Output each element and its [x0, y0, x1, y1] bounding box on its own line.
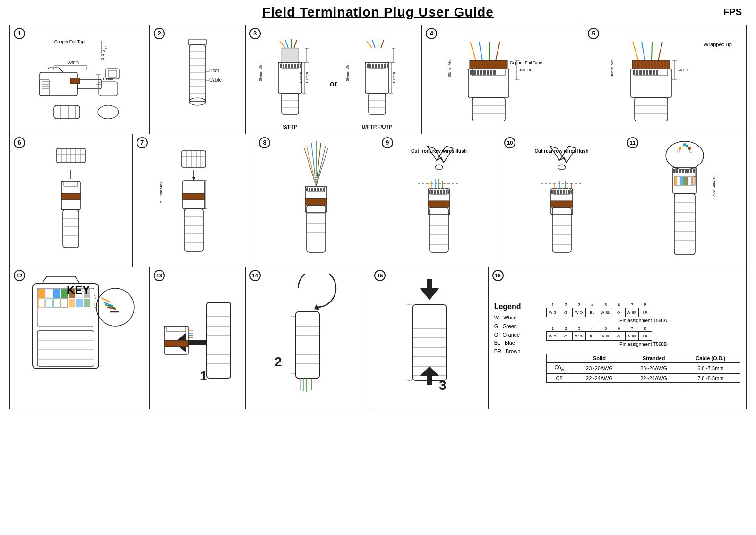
step-10-num: 10	[504, 137, 515, 148]
svg-rect-125	[477, 70, 479, 75]
svg-line-145	[658, 42, 662, 60]
t568a-label: Pin assignment T568A	[546, 318, 740, 323]
svg-rect-225	[323, 188, 325, 191]
page-title: Field Termination Plug User Guide	[9, 5, 747, 20]
step-3-num: 3	[249, 28, 261, 39]
svg-rect-123	[470, 70, 472, 75]
svg-rect-248	[437, 190, 439, 194]
svg-rect-302	[693, 169, 695, 173]
svg-line-114	[489, 42, 490, 60]
step-3-sftp-diagram: 30mm Min. 10 mm	[257, 39, 323, 124]
svg-rect-298	[682, 169, 684, 173]
step-3-cell: 3 30mm Min. 10 mm	[246, 25, 422, 134]
svg-rect-47	[282, 48, 299, 62]
svg-text:10 mm: 10 mm	[305, 72, 309, 84]
svg-rect-95	[369, 93, 386, 114]
step-16-cell: 16 Legend W White G Green O Orange BL Bl…	[489, 267, 746, 409]
svg-line-82	[379, 39, 381, 48]
svg-rect-188	[182, 151, 206, 167]
step-11-diagram: 0.2mm Max.	[644, 139, 725, 262]
svg-rect-324	[46, 289, 52, 298]
svg-rect-273	[560, 190, 562, 194]
cable-table-header-od: Cable (O.D.)	[681, 354, 740, 363]
svg-line-146	[662, 42, 668, 60]
svg-rect-219	[306, 188, 308, 191]
svg-point-289	[686, 145, 688, 147]
step-5-num: 5	[588, 28, 599, 39]
svg-rect-334	[69, 299, 75, 307]
svg-rect-32	[189, 45, 206, 102]
svg-rect-333	[61, 299, 68, 307]
page: Field Termination Plug User Guide FPS 1 …	[0, 0, 756, 535]
step-2-diagram: Boot Cable	[162, 35, 233, 124]
svg-line-117	[499, 42, 505, 60]
step-4-num: 4	[426, 28, 437, 39]
step-6-diagram	[31, 144, 111, 257]
svg-line-83	[381, 40, 384, 48]
svg-rect-220	[309, 188, 310, 191]
svg-text:0.2mm Max.: 0.2mm Max.	[712, 177, 716, 198]
svg-marker-383	[420, 279, 439, 300]
c8-label: C8	[546, 373, 572, 382]
svg-rect-353	[207, 302, 231, 378]
svg-rect-58	[280, 64, 282, 68]
svg-rect-167	[653, 70, 655, 75]
svg-line-112	[479, 42, 482, 60]
c6a-stranded: 23~26AWG	[627, 363, 681, 373]
svg-rect-11	[99, 82, 118, 96]
svg-rect-245	[429, 190, 430, 194]
svg-line-50	[285, 40, 288, 48]
svg-point-286	[679, 147, 681, 150]
legend-block: W White G Green O Orange BL Blue BR Brow…	[494, 314, 541, 355]
svg-rect-161	[633, 70, 635, 75]
svg-rect-59	[283, 64, 284, 68]
svg-rect-60	[285, 64, 287, 68]
svg-line-215	[316, 146, 326, 186]
svg-line-143	[652, 42, 652, 60]
svg-line-213	[316, 143, 321, 186]
svg-rect-25	[54, 105, 80, 119]
svg-rect-92	[381, 64, 383, 68]
step-13-num: 13	[154, 270, 165, 281]
svg-rect-306	[680, 177, 683, 185]
step-14-cell: 14 2	[246, 267, 371, 409]
svg-rect-325	[53, 289, 60, 298]
svg-rect-335	[76, 299, 83, 307]
step-13-cell: 13 1	[150, 267, 246, 409]
svg-rect-129	[490, 70, 492, 75]
svg-rect-183	[63, 210, 79, 248]
step-13-diagram: 1	[155, 274, 240, 402]
svg-text:Cable: Cable	[209, 78, 222, 83]
svg-rect-312	[674, 193, 695, 255]
cable-specs-table: Solid Stranded Cable (O.D.) C6A 23~26AWG…	[546, 354, 740, 382]
svg-rect-166	[649, 70, 652, 75]
svg-line-347	[108, 310, 118, 311]
step-14-diagram: 2	[260, 274, 355, 402]
svg-rect-309	[688, 177, 691, 185]
c6a-solid: 23~26AWG	[572, 363, 627, 373]
step-2-cell: 2 Boo	[150, 25, 246, 134]
svg-text:30mm: 30mm	[67, 60, 79, 65]
svg-rect-305	[677, 177, 680, 185]
t568b-label: Pin assignment T568B	[546, 342, 740, 347]
svg-rect-336	[84, 299, 90, 307]
svg-rect-162	[636, 70, 638, 75]
step-6-cell: 6	[10, 134, 133, 267]
svg-rect-301	[690, 169, 692, 173]
svg-rect-65	[300, 64, 301, 68]
fps-label: FPS	[723, 7, 742, 17]
step-7-diagram: 5~8mm Max.	[154, 141, 234, 259]
t568a-section: 1 2 3 4 5 6 7 8 W-G G	[546, 302, 740, 323]
svg-rect-94	[387, 64, 388, 68]
svg-rect-197	[183, 193, 205, 200]
svg-line-349	[94, 293, 96, 300]
svg-line-142	[647, 42, 648, 60]
svg-rect-24	[108, 70, 117, 77]
step-14-num: 14	[249, 270, 261, 281]
step-9-diagram	[399, 141, 479, 259]
svg-rect-295	[673, 169, 675, 173]
step-9-cell: 9 Cut front row wires flush	[378, 134, 501, 267]
svg-rect-270	[551, 190, 553, 194]
step-3-uftp-diagram: 30mm Min.	[344, 39, 410, 124]
svg-rect-337	[37, 331, 94, 366]
